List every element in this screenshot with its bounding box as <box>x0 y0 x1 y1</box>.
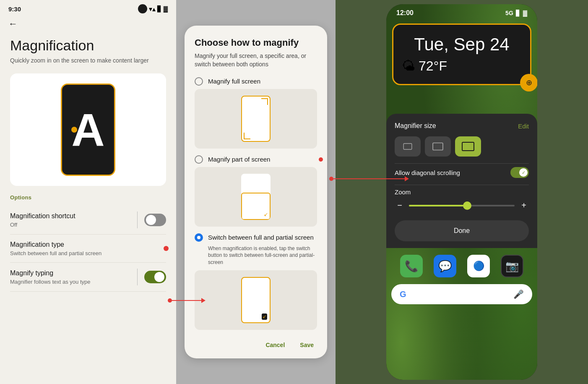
toggle-thumb2 <box>154 272 164 282</box>
magnification-type-item[interactable]: Magnification type Switch between full a… <box>10 235 166 263</box>
zoom-label: Zoom <box>395 188 529 196</box>
dialog-title: Choose how to magnify <box>195 37 317 48</box>
check-icon: ✓ <box>522 170 526 175</box>
size-medium-icon <box>432 143 443 151</box>
phone-mockup: A <box>61 84 115 176</box>
switch-preview: ↙ <box>195 270 317 330</box>
switch-phone: ↙ <box>241 277 271 323</box>
clock-date: Tue, Sep 24 <box>402 35 522 54</box>
dialog-panel: Choose how to magnify Magnify your full … <box>176 0 336 384</box>
type-text: Magnification type Switch between full a… <box>10 240 166 256</box>
zoom-fill <box>409 205 467 206</box>
settings-panel: 9:30 ▾▴ ▊ ▓ ← Magnification Quickly zoom… <box>0 0 176 384</box>
diagonal-scrolling-row: Allow diagonal scrolling ✓ <box>395 163 529 181</box>
page-subtitle: Quickly zoom in on the screen to make co… <box>10 57 166 65</box>
wifi-icon: ▾▴ <box>149 5 156 13</box>
divider2 <box>137 269 138 285</box>
typing-subtitle: Magnifier follows text as you type <box>10 279 130 285</box>
type-red-dot <box>164 246 169 251</box>
diagonal-toggle[interactable]: ✓ <box>510 167 529 178</box>
part-screen-phone: ↙ <box>241 174 271 220</box>
shortcut-text: Magnification shortcut Off <box>10 212 130 228</box>
full-screen-preview <box>195 89 317 149</box>
edit-button[interactable]: Edit <box>518 123 529 130</box>
diagonal-toggle-thumb: ✓ <box>519 168 528 177</box>
weather-temp: 72°F <box>419 58 447 74</box>
radio-full-label: Magnify full screen <box>208 78 260 85</box>
radio-part-circle <box>195 155 203 164</box>
dock-camera-icon[interactable]: 📷 <box>501 255 523 277</box>
settings-content: Magnification Quickly zoom in on the scr… <box>0 33 176 384</box>
diagonal-label: Allow diagonal scrolling <box>395 169 460 176</box>
network-label: 5G <box>505 10 513 16</box>
partial-icon: ↙ <box>264 212 268 217</box>
dock-chrome-icon[interactable]: 🔵 <box>467 255 490 277</box>
clock-widget: Tue, Sep 24 🌤 72°F ⊕ <box>392 24 531 85</box>
radio-part-label: Magnify part of screen <box>208 156 270 163</box>
camera-dock-icon: 📷 <box>505 260 519 273</box>
options-label: Options <box>10 194 166 201</box>
magnifier-header: Magnifier size Edit <box>395 122 529 130</box>
phone-time: 12:00 <box>396 9 414 17</box>
zoom-plus-button[interactable]: + <box>519 201 529 210</box>
radio-full-screen[interactable]: Magnify full screen <box>195 77 317 86</box>
phone-icon: 📞 <box>405 260 418 273</box>
cancel-button[interactable]: Cancel <box>262 340 288 350</box>
magnify-typing-item[interactable]: Magnify typing Magnifier follows text as… <box>10 263 166 292</box>
weather-icon: 🌤 <box>402 58 415 74</box>
phone-preview: A <box>10 73 166 186</box>
back-button[interactable]: ← <box>0 15 176 33</box>
typing-toggle[interactable] <box>144 271 166 283</box>
battery-icon2: ▓ <box>523 10 527 16</box>
save-button[interactable]: Save <box>297 340 317 350</box>
size-small-button[interactable] <box>395 136 421 157</box>
zoom-thumb[interactable] <box>463 201 471 210</box>
shortcut-subtitle: Off <box>10 222 130 228</box>
weather-row: 🌤 72°F <box>402 58 522 74</box>
size-medium-button[interactable] <box>425 136 451 157</box>
corner-bl <box>244 133 250 139</box>
zoom-minus-button[interactable]: − <box>395 201 405 210</box>
phone-screen: 12:00 5G ▊ ▓ Tue, Sep 24 🌤 72°F ⊕ <box>386 4 537 380</box>
magnifier-dot <box>71 127 77 133</box>
zoom-slider-row: − + <box>395 201 529 210</box>
status-time: 9:30 <box>8 5 21 13</box>
done-button[interactable]: Done <box>395 220 529 241</box>
radio-switch[interactable]: Switch between full and partial screen <box>195 233 317 242</box>
toggle-thumb <box>146 215 156 225</box>
messages-icon: 💬 <box>438 260 452 273</box>
phone-status-right: 5G ▊ ▓ <box>505 10 527 16</box>
typing-title: Magnify typing <box>10 269 130 278</box>
magnification-shortcut-item[interactable]: Magnification shortcut Off <box>10 206 166 235</box>
typing-text: Magnify typing Magnifier follows text as… <box>10 269 130 285</box>
switch-option-desc: When magnification is enabled, tap the s… <box>208 245 317 266</box>
shortcut-toggle[interactable] <box>144 214 166 226</box>
radio-part-screen[interactable]: Magnify part of screen <box>195 155 317 164</box>
dialog-card: Choose how to magnify Magnify your full … <box>185 26 327 358</box>
camera-icon <box>138 4 147 13</box>
google-logo: G <box>400 290 406 299</box>
phone-search-bar[interactable]: G 🎤 <box>391 284 532 304</box>
part-screen-preview: ↙ <box>195 167 317 227</box>
type-title: Magnification type <box>10 240 166 249</box>
status-bar: 9:30 ▾▴ ▊ ▓ <box>0 0 176 15</box>
radio-full-circle <box>195 77 203 86</box>
dock-messages-icon[interactable]: 💬 <box>434 255 456 277</box>
mic-icon[interactable]: 🎤 <box>513 289 524 299</box>
signal-icon: ▊ <box>157 5 162 12</box>
full-screen-phone <box>241 96 271 142</box>
type-subtitle: Switch between full and partial screen <box>10 250 166 256</box>
move-icon[interactable]: ⊕ <box>520 74 537 91</box>
page-title: Magnification <box>10 38 166 53</box>
partial-highlight: ↙ <box>241 193 271 220</box>
zoom-track[interactable] <box>409 205 515 206</box>
divider <box>137 212 138 228</box>
status-icons: ▾▴ ▊ ▓ <box>138 4 168 13</box>
size-large-button[interactable] <box>455 136 481 157</box>
dialog-description: Magnify your full screen, a specific are… <box>195 52 317 69</box>
size-options <box>395 136 529 157</box>
signal-bars: ▊ <box>516 10 520 16</box>
dock-phone-icon[interactable]: 📞 <box>400 255 423 277</box>
size-large-icon <box>462 142 474 151</box>
switch-icon: ↙ <box>262 313 267 320</box>
